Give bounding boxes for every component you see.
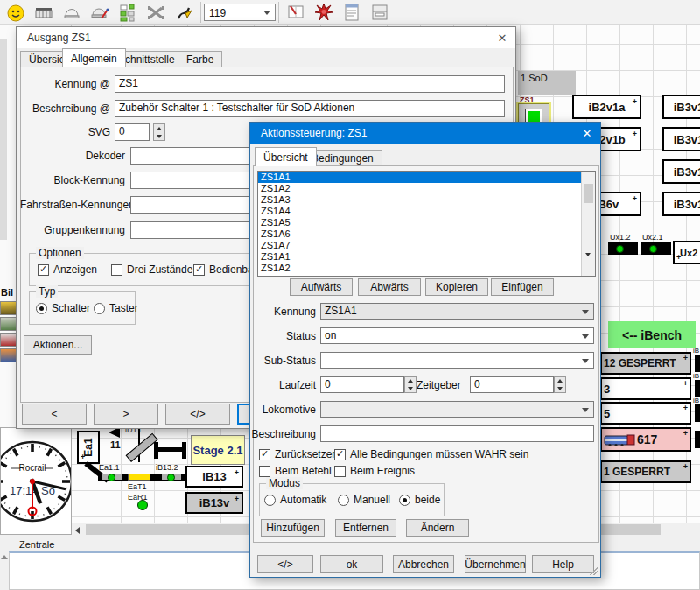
aktionen-button[interactable]: Aktionen... [24,335,92,355]
list-item[interactable]: ZS1A6 [258,228,595,240]
book-button[interactable] [282,1,310,24]
loco-thumbnail[interactable] [0,301,17,315]
sensor-dot-ib132[interactable] [167,474,175,481]
address-combo[interactable]: 119 [204,4,276,21]
nav-prev-button[interactable]: < [22,404,87,425]
scroll-left-arrow[interactable] [75,527,80,534]
sensor-dot-ux12[interactable] [616,245,624,253]
list-item[interactable]: ZS1A4 [258,206,595,217]
kopieren-button[interactable]: Kopieren [425,278,488,296]
laufzeit-field[interactable]: 0 [320,376,404,393]
schalter-radio[interactable]: Schalter [36,302,90,314]
ok-button[interactable]: ok [320,555,383,573]
actions-dialog-titlebar[interactable]: Aktionssteuerung: ZS1 ✕ [250,123,600,144]
nav-next-button[interactable]: > [94,404,158,425]
tab-farbe[interactable]: Farbe [178,51,222,67]
zeitgeber-field[interactable]: 0 [470,376,554,393]
substatus-combo[interactable] [320,352,594,369]
list-vscrollbar[interactable] [581,172,595,276]
block-ib3v1-3[interactable]: iB3v1 [662,159,700,184]
sod-text-cell[interactable]: 1 SoD [518,71,576,95]
left-scroll-strip[interactable] [0,39,7,240]
einfuegen-button[interactable]: Einfügen [491,278,554,296]
xml-button[interactable]: </> [257,555,313,573]
beschreibung-field[interactable]: Zubehör Schalter 1 : Testschalter für So… [115,100,505,117]
list-item[interactable]: ZS1A2 [258,263,595,274]
list-item[interactable]: ZS1A5 [258,217,595,228]
route-segment-eat1[interactable] [128,474,150,481]
block-ux2o[interactable]: Ux2 O + [673,241,700,264]
alert-button[interactable] [310,1,338,24]
beim-ereignis-checkbox[interactable]: Beim Ereignis [334,465,415,477]
connector-button[interactable] [142,1,170,24]
taster-radio[interactable]: Taster [94,302,138,314]
list-item[interactable]: ZS1A2 [258,183,595,194]
log-button[interactable] [338,1,366,24]
beide-radio[interactable]: beide [399,494,440,506]
lokomotive-combo[interactable] [320,401,594,418]
block-ib5[interactable]: 5 + [600,402,691,425]
list-item[interactable]: ZS1A7 [258,240,595,251]
abbrechen-button[interactable]: Abbrechen [393,555,454,573]
sensor-dot-ear1[interactable] [137,500,148,510]
loco-thumbnail[interactable] [0,317,17,331]
vscrollbar-thumb[interactable] [584,184,593,203]
zuruecksetzen-checkbox[interactable]: Zurücksetzen [259,448,338,460]
svg-field[interactable]: 0 [115,123,150,141]
block-ea1[interactable]: Ea1 + [77,431,100,464]
archive-button[interactable] [366,1,394,24]
zeitgeber-spinner[interactable] [554,376,566,393]
power-cable-button[interactable] [170,1,198,24]
status-combo[interactable]: on [320,327,594,344]
resize-grip[interactable] [590,566,598,575]
block-ib3v1-2[interactable]: iB3v1 [662,127,700,151]
alle-bedingungen-checkbox[interactable]: Alle Bedingungen müssen WAHR sein [334,448,528,460]
manuell-radio[interactable]: Manuell [338,494,390,506]
block-ib13[interactable]: iB13 + [186,466,243,488]
svg-spinner[interactable] [153,123,165,141]
block-grid-button[interactable] [114,1,142,24]
block-ib13v[interactable]: iB13v + [186,492,243,514]
kennung-combo[interactable]: ZS1A1 [320,303,594,320]
kennung-field[interactable]: ZS1 [115,75,505,93]
block-ib1-locked[interactable]: 1 GESPERRT + [600,460,691,483]
scroll-down-arrow[interactable] [585,256,591,272]
loco-thumbnail[interactable] [0,333,17,347]
sensor-dot-ux21[interactable] [649,245,657,253]
block-ib3v1-4[interactable]: iB3v1 [662,192,700,216]
dome-button[interactable] [58,1,86,24]
close-icon[interactable]: ✕ [491,32,514,45]
scroll-up-arrow[interactable] [1,555,8,559]
list-item[interactable]: ZS1A1 [258,172,595,183]
block-ib2v1a[interactable]: iB2v1a + [572,95,641,119]
automatik-radio[interactable]: Automatik [264,494,326,506]
sensor-dot-ea11[interactable] [108,474,116,481]
ibench-banner[interactable]: <-- iBench [608,321,696,348]
beschreibung-field[interactable] [320,425,594,442]
xml-button[interactable]: </> [165,404,230,425]
laufzeit-spinner[interactable] [404,376,416,393]
block-ib3v1-1[interactable]: iB3v1 [662,95,700,119]
output-dialog-titlebar[interactable]: Ausgang ZS1 ✕ [17,27,515,48]
uebernehmen-button[interactable]: Übernehmen [465,555,526,573]
block-ib3[interactable]: 3 + [600,377,691,400]
actions-list[interactable]: ZS1A1 ZS1A2 ZS1A3 ZS1A4 ZS1A5 ZS1A6 ZS1A… [257,171,596,277]
loco-thumbnail[interactable] [0,348,17,362]
entfernen-button[interactable]: Entfernen [335,519,396,537]
beim-befehl-checkbox[interactable]: Beim Befehl [259,465,332,477]
dome-edit-button[interactable] [86,1,114,24]
bedienbar-checkbox[interactable]: Bedienbar [193,263,257,276]
tab-allgemein[interactable]: Allgemein [62,48,126,67]
abwaerts-button[interactable]: Abwärts [358,278,421,296]
block-stage21[interactable]: Stage 2.1 [191,435,245,465]
close-icon[interactable]: ✕ [576,127,598,140]
block-ib12-locked[interactable]: 12 GESPERRT + [600,352,691,375]
drei-zustaende-checkbox[interactable]: Drei Zustände [111,263,192,276]
tab-uebersicht-actions[interactable]: Übersicht [255,147,317,166]
help-button[interactable]: Help [532,555,594,573]
list-item[interactable]: ZS1A3 [258,194,595,206]
keyboard-button[interactable] [30,1,58,24]
smiley-button[interactable] [2,1,30,24]
list-item[interactable]: ZS1A1 [258,251,595,263]
block-occupied-617[interactable]: 617 + [600,427,691,452]
